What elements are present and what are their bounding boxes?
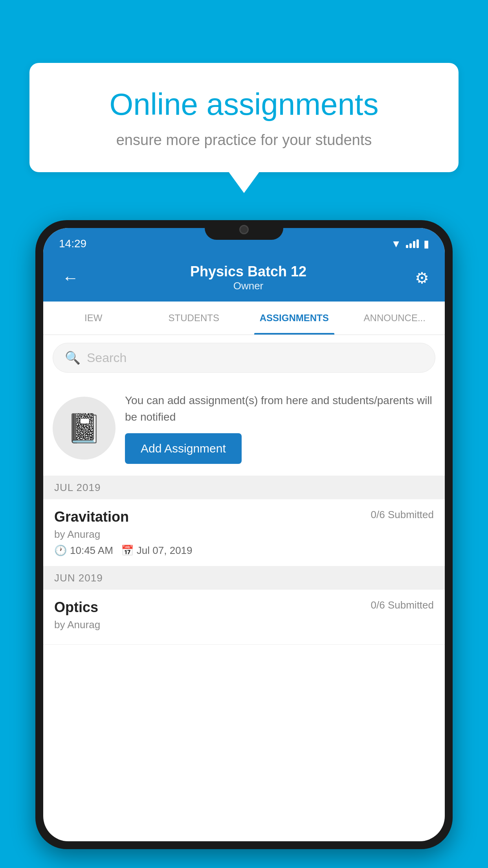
signal-bar-1 bbox=[406, 245, 408, 248]
promo-right: You can add assignment(s) from here and … bbox=[125, 392, 435, 464]
assignment-author-gravitation: by Anurag bbox=[54, 528, 434, 541]
phone-inner: 14:29 ▼ ▮ ← Physics Batch 12 bbox=[43, 228, 445, 841]
add-assignment-promo: 📓 You can add assignment(s) from here an… bbox=[43, 381, 445, 476]
tab-iew[interactable]: IEW bbox=[43, 302, 144, 335]
assignment-submitted-gravitation: 0/6 Submitted bbox=[371, 509, 434, 521]
app-header: ← Physics Batch 12 Owner ⚙ bbox=[43, 256, 445, 302]
notebook-icon: 📓 bbox=[66, 412, 102, 445]
meta-time-gravitation: 🕐 10:45 AM bbox=[54, 544, 113, 557]
phone-camera bbox=[239, 225, 249, 234]
back-button[interactable]: ← bbox=[59, 265, 82, 291]
search-icon: 🔍 bbox=[65, 350, 81, 365]
search-container: 🔍 Search bbox=[43, 335, 445, 381]
assignment-meta-gravitation: 🕐 10:45 AM 📅 Jul 07, 2019 bbox=[54, 544, 434, 557]
month-section-jul: JUL 2019 bbox=[43, 476, 445, 499]
assignment-title-optics: Optics bbox=[54, 599, 98, 616]
wifi-icon: ▼ bbox=[391, 238, 401, 250]
speech-bubble-subtitle: ensure more practice for your students bbox=[57, 132, 431, 149]
month-section-jun: JUN 2019 bbox=[43, 566, 445, 590]
header-title: Physics Batch 12 bbox=[190, 263, 306, 280]
signal-bar-3 bbox=[413, 241, 415, 248]
calendar-icon: 📅 bbox=[121, 544, 134, 557]
promo-text: You can add assignment(s) from here and … bbox=[125, 392, 435, 425]
speech-bubble-container: Online assignments ensure more practice … bbox=[29, 63, 459, 193]
tab-announcements[interactable]: ANNOUNCE... bbox=[345, 302, 445, 335]
date-value-gravitation: Jul 07, 2019 bbox=[137, 544, 193, 557]
add-assignment-button[interactable]: Add Assignment bbox=[125, 433, 242, 464]
signal-bar-4 bbox=[416, 239, 419, 248]
time-value-gravitation: 10:45 AM bbox=[70, 544, 113, 557]
assignment-title-gravitation: Gravitation bbox=[54, 509, 129, 525]
assignment-top-row-optics: Optics 0/6 Submitted bbox=[54, 599, 434, 616]
assignment-item-optics[interactable]: Optics 0/6 Submitted by Anurag bbox=[43, 590, 445, 645]
search-placeholder: Search bbox=[87, 351, 127, 365]
settings-button[interactable]: ⚙ bbox=[415, 269, 429, 287]
tabs-bar: IEW STUDENTS ASSIGNMENTS ANNOUNCE... bbox=[43, 302, 445, 335]
speech-bubble-title: Online assignments bbox=[57, 86, 431, 122]
header-title-group: Physics Batch 12 Owner bbox=[190, 263, 306, 292]
status-icons: ▼ ▮ bbox=[391, 238, 429, 250]
month-label-jul: JUL 2019 bbox=[54, 482, 101, 493]
month-label-jun: JUN 2019 bbox=[54, 572, 103, 584]
phone-container: 14:29 ▼ ▮ ← Physics Batch 12 bbox=[35, 220, 453, 868]
phone-notch bbox=[205, 220, 283, 240]
header-subtitle: Owner bbox=[190, 280, 306, 292]
signal-bars bbox=[406, 239, 419, 248]
assignment-icon-circle: 📓 bbox=[53, 397, 116, 460]
signal-bar-2 bbox=[409, 243, 412, 248]
tab-students[interactable]: STUDENTS bbox=[144, 302, 244, 335]
speech-bubble: Online assignments ensure more practice … bbox=[29, 63, 459, 172]
tab-assignments[interactable]: ASSIGNMENTS bbox=[244, 302, 345, 335]
assignment-top-row: Gravitation 0/6 Submitted bbox=[54, 509, 434, 525]
assignment-submitted-optics: 0/6 Submitted bbox=[371, 599, 434, 611]
battery-icon: ▮ bbox=[424, 238, 429, 250]
assignment-item-gravitation[interactable]: Gravitation 0/6 Submitted by Anurag 🕐 10… bbox=[43, 499, 445, 566]
speech-bubble-tail bbox=[228, 171, 260, 193]
search-bar[interactable]: 🔍 Search bbox=[53, 343, 435, 373]
status-time: 14:29 bbox=[59, 237, 86, 250]
clock-icon: 🕐 bbox=[54, 544, 67, 557]
meta-date-gravitation: 📅 Jul 07, 2019 bbox=[121, 544, 193, 557]
assignment-author-optics: by Anurag bbox=[54, 619, 434, 631]
phone-outer: 14:29 ▼ ▮ ← Physics Batch 12 bbox=[35, 220, 453, 849]
